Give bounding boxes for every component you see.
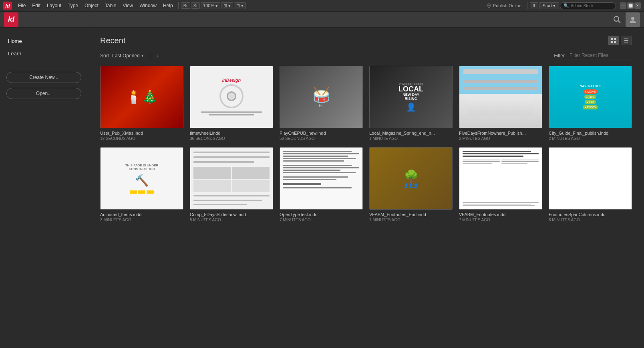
export-button[interactable]: ⬆ — [530, 2, 538, 9]
file-card-magazine[interactable]: 2 WHEELS GOOD LOCAL NEW DAYRISING 👤 Loca… — [369, 66, 453, 141]
thumb-content-xmas: 🕯️🎄 — [101, 66, 183, 128]
menu-help[interactable]: Help — [160, 2, 176, 9]
file-card-landscape[interactable]: FiveDaysFromNowhere_Publish... 2 MINUTES… — [459, 66, 542, 141]
publish-online-button[interactable]: Publish Online — [483, 2, 525, 9]
file-card-construction[interactable]: THIS PAGE IS UNDERCONSTRUCTION 🔨 Animate… — [100, 147, 183, 222]
svg-point-3 — [631, 17, 634, 20]
filter-input[interactable] — [568, 52, 632, 59]
list-view-button[interactable] — [621, 36, 632, 45]
start-label: Start — [543, 3, 552, 8]
user-avatar[interactable] — [626, 12, 640, 27]
file-card-drum[interactable]: 🥁 PL PlayOnEPUB_new.indd 58 SECONDS AGO — [280, 66, 363, 141]
grid-view-button[interactable] — [608, 36, 619, 45]
start-button[interactable]: Start ▾ — [539, 2, 559, 9]
svg-line-2 — [618, 21, 620, 23]
svg-rect-4 — [611, 38, 613, 40]
file-card-timewheel[interactable]: InDesign timewheelLindd 36 SECONDS AGO — [190, 66, 273, 141]
file-thumb-drum: 🥁 PL — [280, 66, 363, 128]
menu-edit[interactable]: Edit — [29, 2, 43, 9]
sidebar-divider — [0, 61, 88, 69]
minimize-button[interactable]: — — [620, 2, 626, 9]
search-icon-small: 🔍 — [564, 3, 569, 8]
file-card-cityguide[interactable]: NAVIGATION ● MOVE ● LIVE ● EAT ● ENJOY C… — [549, 66, 632, 141]
file-name-8: OpenTypeTest.indd — [280, 212, 363, 217]
file-thumb-timewheel: InDesign — [190, 66, 273, 128]
file-card-footnotes[interactable]: FootnotesSpanColumns.indd 8 MINUTES AGO — [549, 147, 632, 222]
svg-rect-5 — [614, 38, 616, 40]
file-time-3: 1 MINUTE AGO — [369, 136, 453, 141]
create-new-button[interactable]: Create New... — [6, 72, 81, 83]
file-time-2: 58 SECONDS AGO — [280, 136, 363, 141]
thumb-content-magazine: 2 WHEELS GOOD LOCAL NEW DAYRISING 👤 — [370, 66, 452, 128]
file-time-0: 12 SECONDS AGO — [100, 136, 183, 141]
file-grid: 🕯️🎄 User_Pub_XMas.indd 12 SECONDS AGO In… — [100, 66, 632, 222]
file-time-10: 7 MINUTES AGO — [459, 218, 542, 222]
sidebar-item-home[interactable]: Home — [0, 36, 88, 47]
file-time-4: 2 MINUTES AGO — [459, 136, 542, 141]
sidebar: Home Learn Create New... Open... — [0, 28, 88, 348]
menu-view[interactable]: View — [120, 2, 136, 9]
menu-window[interactable]: Window — [137, 2, 159, 9]
file-name-4: FiveDaysFromNowhere_Publish... — [459, 131, 542, 136]
menu-object[interactable]: Object — [82, 2, 101, 9]
file-name-10: VFABM_Footnotes.indd — [459, 212, 542, 217]
sep2 — [527, 2, 527, 9]
user-icon — [628, 15, 637, 24]
menu-table[interactable]: Table — [102, 2, 119, 9]
thumb-content-layout — [190, 148, 273, 209]
search-button[interactable] — [611, 14, 623, 26]
menu-type[interactable]: Type — [65, 2, 81, 9]
nav-eat: ● EAT — [585, 100, 596, 104]
file-thumb-layout — [190, 147, 273, 210]
file-name-7: Comp_5DaysSlideshow.indd — [190, 212, 273, 217]
sidebar-item-learn[interactable]: Learn — [0, 48, 88, 59]
file-time-6: 3 MINUTES AGO — [100, 218, 183, 222]
file-thumb-footnotes — [549, 147, 632, 210]
file-thumb-cityguide: NAVIGATION ● MOVE ● LIVE ● EAT ● ENJOY — [549, 66, 632, 128]
svg-rect-7 — [614, 41, 616, 43]
top-menubar: Id File Edit Layout Type Object Table Vi… — [0, 0, 644, 12]
stock-badge[interactable]: St — [191, 2, 200, 9]
view-toggle — [608, 36, 632, 45]
file-card-vfabm[interactable]: VFABM_Footnotes.indd 7 MINUTES AGO — [459, 147, 542, 222]
file-thumb-magazine: 2 WHEELS GOOD LOCAL NEW DAYRISING 👤 — [369, 66, 453, 128]
layout-view-badge[interactable]: ⊞ ▾ — [221, 2, 233, 9]
bridge-badge[interactable]: Br — [181, 2, 190, 9]
open-button[interactable]: Open... — [6, 88, 81, 99]
svg-point-1 — [614, 16, 619, 21]
window-controls: — ⬜ ✕ — [620, 2, 641, 9]
zoom-badge[interactable]: 100% ▾ — [201, 2, 220, 9]
menu-layout[interactable]: Layout — [44, 2, 64, 9]
file-card-treehouse[interactable]: 🌳 👤👤👤 VFABM_Footnotes_End.indd 7 MINUTES… — [369, 147, 453, 222]
recent-header: Recent — [100, 36, 632, 45]
file-time-1: 36 SECONDS AGO — [190, 136, 273, 141]
file-card-xmas[interactable]: 🕯️🎄 User_Pub_XMas.indd 12 SECONDS AGO — [100, 66, 183, 141]
recent-title: Recent — [100, 36, 125, 45]
menu-file[interactable]: File — [15, 2, 28, 9]
search-icon — [613, 16, 621, 24]
file-time-8: 7 MINUTES AGO — [280, 218, 363, 222]
file-name-2: PlayOnEPUB_new.indd — [280, 131, 363, 136]
file-card-opentype[interactable]: OpenTypeTest.indd 7 MINUTES AGO — [280, 147, 363, 222]
file-time-9: 7 MINUTES AGO — [369, 218, 453, 222]
sort-bar: Sort Last Opened ▾ ↓ Filter — [100, 52, 632, 59]
app-logo-main: Id — [4, 12, 18, 27]
thumb-content-cityguide: NAVIGATION ● MOVE ● LIVE ● EAT ● ENJOY — [549, 66, 632, 128]
file-thumb-landscape — [459, 66, 542, 128]
file-card-layout[interactable]: Comp_5DaysSlideshow.indd 5 MINUTES AGO — [190, 147, 273, 222]
app-logo-small: Id — [3, 2, 12, 10]
adobe-stock-search[interactable]: 🔍 Adobe Stock — [560, 2, 616, 9]
file-name-11: FootnotesSpanColumns.indd — [549, 212, 632, 217]
file-thumb-opentype — [280, 147, 363, 210]
sort-direction-button[interactable]: ↓ — [157, 53, 159, 59]
sort-dropdown[interactable]: Last Opened ▾ — [112, 53, 143, 59]
arrange-badge[interactable]: ⊟ ▾ — [234, 2, 246, 9]
close-button[interactable]: ✕ — [634, 2, 641, 9]
file-time-7: 5 MINUTES AGO — [190, 218, 273, 222]
zoom-dropdown-icon: ▾ — [215, 3, 218, 8]
file-thumb-treehouse: 🌳 👤👤👤 — [369, 147, 453, 210]
restore-button[interactable]: ⬜ — [627, 2, 634, 9]
sort-dropdown-arrow: ▾ — [141, 53, 143, 58]
filter-label: Filter — [554, 53, 565, 59]
grid-icon — [611, 38, 616, 43]
